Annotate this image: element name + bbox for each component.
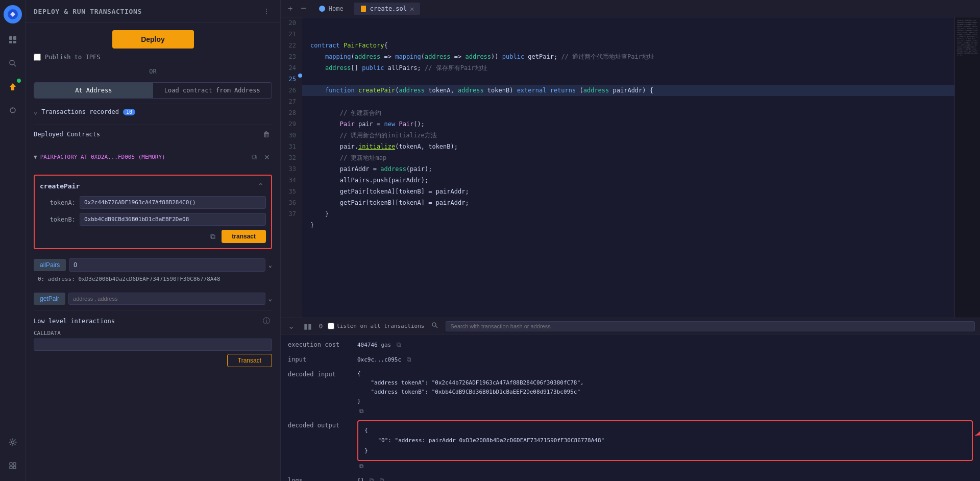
all-pairs-section: allPairs ⌄ 0: address: 0xD3e2008b4Da2cD6…	[34, 258, 272, 284]
transact-action-row: ⧉ transact	[40, 230, 266, 243]
gas-unit: gas	[381, 342, 391, 348]
nav-files-icon[interactable]	[6, 33, 20, 47]
minimap-content: contract PairFactory{ mapping(address=>m…	[955, 17, 980, 58]
low-level-info-icon[interactable]: ⓘ	[261, 316, 272, 327]
transactions-count: 10	[123, 109, 135, 115]
tab-create-sol[interactable]: create.sol ✕	[354, 3, 421, 15]
nav-search-icon[interactable]	[6, 56, 20, 70]
copy-decoded-input-icon[interactable]: ⧉	[359, 407, 364, 415]
transactions-section[interactable]: ⌄ Transactions recorded 10	[34, 104, 272, 119]
svg-rect-1	[9, 36, 12, 40]
console-pause-icon[interactable]: ▮▮	[302, 321, 314, 331]
console-expand-icon[interactable]: ⌄	[286, 320, 297, 332]
tokenB-row: tokenB:	[40, 213, 266, 226]
app-logo	[4, 5, 22, 23]
or-divider: OR	[34, 68, 272, 75]
all-pairs-input[interactable]	[69, 258, 265, 272]
publish-checkbox[interactable]	[34, 54, 41, 61]
deployed-contracts-header: Deployed Contracts 🗑	[34, 125, 272, 143]
nav-badge	[16, 78, 21, 83]
copy-input-icon[interactable]: ⧉	[407, 356, 411, 363]
nav-settings-icon[interactable]	[6, 435, 20, 449]
delete-contracts-icon[interactable]: 🗑	[261, 129, 272, 139]
execution-cost-number: 404746	[357, 342, 378, 348]
contract-instance-row: ▼ PAIRFACTORY AT 0XD2A...FD005 (MEMORY) …	[34, 149, 272, 165]
publish-label: Publish to IPFS	[45, 54, 100, 61]
low-level-title: Low level interactions ⓘ	[34, 316, 272, 327]
line-numbers: 20 21 22 23 24 25 26 27 28 29 30 31 32 3…	[281, 17, 302, 318]
tokenA-input[interactable]	[80, 196, 266, 209]
calldata-input[interactable]	[34, 339, 272, 351]
copy-params-icon[interactable]: ⧉	[208, 231, 217, 242]
nav-plugin-icon[interactable]	[6, 459, 20, 473]
create-pair-header: createPair ⌃	[40, 181, 266, 191]
copy-decoded-output-icon[interactable]: ⧉	[359, 463, 364, 470]
console-search-input[interactable]	[446, 321, 975, 331]
svg-rect-11	[10, 463, 12, 465]
logs-row: logs [] ⧉ ⧉	[288, 475, 973, 481]
execution-cost-label: execution cost	[288, 340, 349, 350]
transactions-title: Transactions recorded	[41, 108, 119, 115]
copy-logs-icon-1[interactable]: ⧉	[370, 477, 374, 481]
tokenB-input[interactable]	[80, 213, 266, 226]
address-tabs: At Address Load contract from Address	[34, 82, 272, 99]
panel-menu-icon[interactable]: ⋮	[261, 6, 272, 16]
calldata-label: CALLDATA	[34, 330, 272, 336]
tokenB-label: tokenB:	[40, 216, 76, 223]
low-level-label: Low level interactions	[34, 318, 115, 325]
low-level-section: Low level interactions ⓘ CALLDATA Transa…	[34, 310, 272, 372]
zoom-out-icon[interactable]: −	[299, 2, 308, 15]
copy-contract-icon[interactable]: ⧉	[250, 152, 259, 162]
listen-checkbox[interactable]	[328, 323, 334, 329]
logs-value: [] ⧉ ⧉	[357, 475, 973, 481]
close-contract-icon[interactable]: ✕	[262, 152, 272, 162]
svg-point-10	[11, 441, 14, 444]
file-tab-label: create.sol	[370, 5, 407, 12]
svg-point-17	[432, 323, 436, 326]
zoom-in-icon[interactable]: +	[286, 3, 295, 14]
all-pairs-row: allPairs ⌄	[34, 258, 272, 272]
svg-rect-4	[13, 41, 16, 43]
decoded-input-row: decoded input { "address tokenA": "0x2c4…	[288, 369, 973, 416]
input-row: input 0xc9c...c095c ⧉	[288, 354, 973, 365]
svg-rect-2	[13, 36, 16, 40]
svg-line-6	[14, 64, 16, 66]
svg-rect-13	[10, 466, 12, 469]
deploy-button[interactable]: Deploy	[112, 30, 194, 49]
tab-at-address[interactable]: At Address	[34, 83, 153, 98]
code-toolbar-left: + − Home create.sol ✕	[286, 2, 420, 15]
create-pair-collapse-icon[interactable]: ⌃	[256, 181, 266, 191]
nav-debug-icon[interactable]	[6, 103, 20, 117]
svg-rect-16	[361, 6, 366, 12]
all-pairs-button[interactable]: allPairs	[34, 259, 66, 271]
listen-checkbox-row: listen on all transactions	[328, 323, 424, 329]
deploy-panel-header: DEPLOY & RUN TRANSACTIONS ⋮	[26, 0, 280, 23]
decoded-output-box: { "0": "address: pairAddr 0xD3e2008b4Da2…	[357, 420, 973, 461]
minimap: contract PairFactory{ mapping(address=>m…	[954, 17, 980, 318]
close-tab-icon[interactable]: ✕	[410, 5, 414, 13]
decoded-output-value: { "0": "address: pairAddr 0xD3e2008b4Da2…	[364, 427, 604, 454]
copy-logs-icon-2[interactable]: ⧉	[380, 477, 384, 481]
decoded-input-value: { "address tokenA": "0x2c44b726ADF1963cA…	[357, 369, 973, 406]
tab-home[interactable]: Home	[312, 3, 350, 14]
get-pair-button[interactable]: getPair	[34, 293, 65, 305]
input-label: input	[288, 354, 349, 365]
code-content[interactable]: contract PairFactory{ mapping(address =>…	[302, 17, 954, 318]
line-indicator	[298, 74, 302, 78]
get-pair-row: getPair ⌄	[34, 293, 272, 305]
console-search-icon[interactable]	[429, 321, 440, 331]
nav-deploy-icon[interactable]	[6, 80, 20, 94]
get-pair-input[interactable]	[68, 293, 265, 305]
tab-load-contract[interactable]: Load contract from Address	[153, 83, 272, 98]
decoded-input-container: { "address tokenA": "0x2c44b726ADF1963cA…	[357, 369, 973, 416]
logs-label: logs	[288, 475, 349, 481]
decoded-output-row: decoded output { "0": "address: pairAddr…	[288, 420, 973, 471]
contract-chevron[interactable]: ▼	[34, 154, 37, 160]
low-level-transact-button[interactable]: Transact	[227, 354, 272, 367]
deployed-contracts-title: Deployed Contracts	[34, 131, 100, 138]
all-pairs-chevron: ⌄	[268, 261, 272, 269]
tokenA-label: tokenA:	[40, 199, 76, 206]
transact-button[interactable]: transact	[222, 230, 266, 243]
copy-execution-cost-icon[interactable]: ⧉	[397, 341, 401, 348]
deploy-panel: DEPLOY & RUN TRANSACTIONS ⋮ Deploy Publi…	[26, 0, 281, 481]
